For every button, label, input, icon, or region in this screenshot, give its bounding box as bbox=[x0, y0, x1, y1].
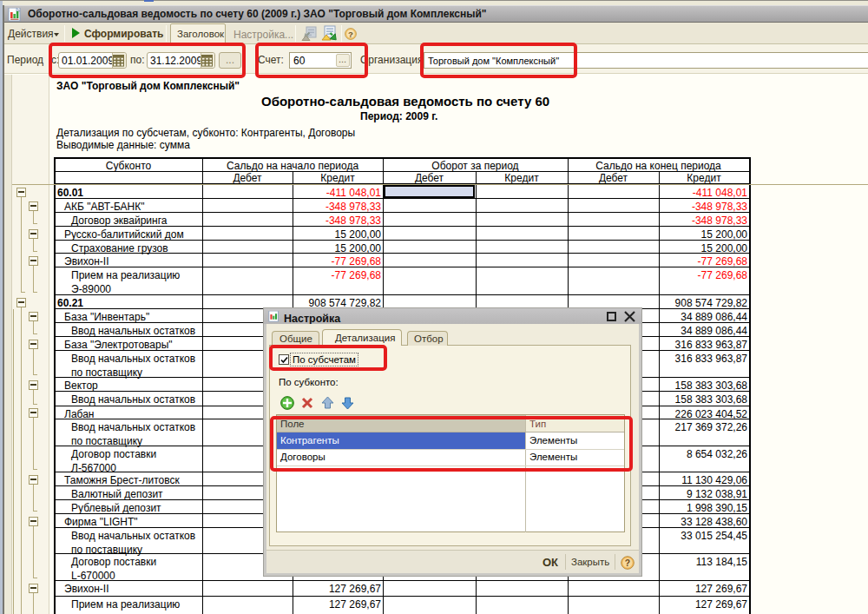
svg-text:?: ? bbox=[348, 30, 353, 39]
svg-text:?: ? bbox=[625, 558, 630, 568]
